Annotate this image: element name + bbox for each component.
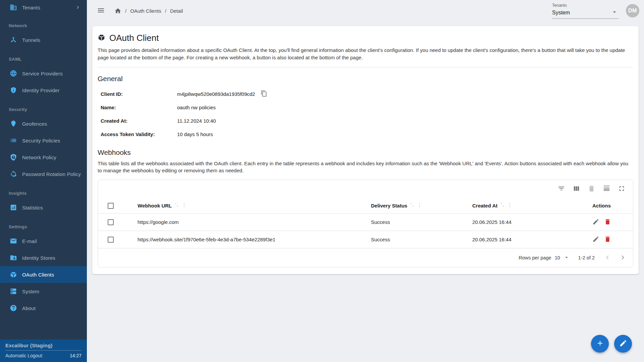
trash-icon [604, 236, 611, 244]
oauth-client-card: OAuth Client This page provides detailed… [92, 26, 639, 274]
previous-page-button[interactable] [603, 253, 611, 262]
sort-icon[interactable] [499, 202, 505, 209]
building-icon [9, 3, 17, 11]
trash-icon [604, 218, 611, 226]
field-value: 10 days 5 hours [177, 131, 213, 137]
column-menu-icon[interactable] [181, 202, 187, 209]
field-value: m4jp8wqw520e0893da1935f09cd2 [177, 91, 255, 97]
rows-per-page-label: Rows per page [519, 255, 551, 260]
density-button[interactable] [600, 183, 612, 195]
brand-name: Excalibur (Staging) [5, 343, 82, 348]
breadcrumb: / OAuth Clients / Detail [114, 7, 183, 14]
edit-client-fab[interactable] [614, 335, 632, 353]
column-header-webhook-url[interactable]: Webhook URL [138, 203, 172, 208]
select-all-checkbox[interactable] [108, 203, 114, 209]
field-label: Name: [101, 105, 177, 110]
sort-icon[interactable] [409, 202, 415, 209]
delete-webhook-button[interactable] [604, 236, 611, 244]
sidebar-item-geofences[interactable]: Geofences [0, 115, 87, 132]
columns-icon [573, 185, 580, 193]
sort-icon[interactable] [174, 202, 179, 209]
auto-logout-timer: 14:27 [70, 353, 82, 358]
column-menu-icon[interactable] [507, 202, 513, 209]
hamburger-icon [97, 6, 105, 15]
edit-webhook-button[interactable] [592, 218, 599, 226]
menu-toggle-button[interactable] [97, 6, 105, 15]
sidebar-item-tunnels[interactable]: Tunnels [0, 32, 87, 48]
column-header-created-at[interactable]: Created At [472, 203, 497, 208]
sidebar-item-label: Password Rotation Policy [22, 171, 81, 177]
sidebar-item-label: Tunnels [22, 37, 81, 43]
globe-icon [9, 69, 17, 77]
sidebar-item-security-policies[interactable]: Security Policies [0, 132, 87, 149]
plus-icon [596, 339, 604, 348]
sidebar-item-service-providers[interactable]: Service Providers [0, 65, 87, 82]
chevron-right-icon [75, 4, 81, 10]
sidebar-item-oauth-clients[interactable]: OAuth Clients [0, 266, 87, 283]
rows-per-page-value: 10 [555, 255, 560, 260]
chevron-down-icon [564, 254, 570, 261]
copy-button[interactable] [261, 90, 267, 98]
breadcrumb-separator: / [125, 8, 126, 14]
sidebar-item-identity-stores[interactable]: Identity Stores [0, 249, 87, 266]
sync-lock-icon [9, 170, 17, 178]
fab-group [591, 335, 632, 353]
fullscreen-icon [618, 185, 626, 193]
sidebar-item-label: Service Providers [22, 71, 81, 76]
folder-user-icon [9, 254, 17, 262]
edit-webhook-button[interactable] [592, 236, 599, 244]
sidebar-item-label: Security Policies [22, 138, 81, 143]
breadcrumb-separator: / [165, 8, 166, 14]
row-checkbox[interactable] [108, 219, 114, 225]
density-icon [603, 185, 610, 193]
tenant-select[interactable]: Tenants System [552, 3, 619, 19]
column-menu-icon[interactable] [417, 202, 422, 209]
sidebar-item-label: E-mail [22, 238, 81, 244]
column-header-actions: Actions [570, 203, 633, 208]
next-page-button[interactable] [619, 253, 627, 262]
webhooks-description: This table lists all the webhooks associ… [98, 160, 633, 175]
page-range: 1-2 of 2 [578, 255, 595, 260]
sidebar-section-insights: Insights [0, 187, 87, 199]
location-pin-plus-icon [9, 120, 17, 128]
field-value: 11.12.2024 10:40 [177, 118, 216, 124]
pencil-icon [619, 339, 627, 348]
sidebar-item-label: About [22, 305, 81, 311]
table-row: https://google.com Success 20.06.2025 16… [98, 214, 633, 231]
sidebar-footer: Excalibur (Staging) Automatic Logout: 14… [0, 340, 87, 362]
sidebar-item-about[interactable]: About [0, 300, 87, 316]
app-root: Tenants Network Tunnels SAML Service Pro… [0, 0, 644, 362]
sidebar-item-network-policy[interactable]: Network Policy [0, 149, 87, 166]
sidebar-item-system[interactable]: System [0, 283, 87, 300]
bar-chart-icon [9, 203, 17, 212]
sidebar-item-tenants[interactable]: Tenants [0, 0, 87, 15]
fullscreen-button[interactable] [615, 183, 628, 195]
sidebar-item-statistics[interactable]: Statistics [0, 199, 87, 216]
avatar[interactable]: DM [626, 4, 639, 17]
delete-selected-button[interactable] [585, 183, 597, 195]
rows-per-page-select[interactable]: Rows per page 10 [519, 254, 570, 261]
delete-webhook-button[interactable] [604, 218, 611, 226]
table-pagination: Rows per page 10 1-2 of 2 [98, 248, 633, 267]
field-value: oauth nw policies [177, 105, 216, 110]
sidebar-section-network: Network [0, 19, 87, 32]
add-webhook-fab[interactable] [591, 335, 609, 353]
sidebar-item-identity-provider[interactable]: Identity Provider [0, 82, 87, 99]
pencil-icon [592, 236, 599, 244]
breadcrumb-oauth-clients[interactable]: OAuth Clients [130, 8, 161, 14]
home-icon[interactable] [114, 7, 121, 14]
cube-icon [9, 270, 17, 279]
chevron-right-icon [619, 253, 627, 262]
field-label: Client ID: [101, 91, 177, 97]
page-title: OAuth Client [109, 33, 159, 43]
sidebar-item-email[interactable]: E-mail [0, 233, 87, 249]
filter-button[interactable] [555, 183, 567, 195]
sidebar-section-settings: Settings [0, 221, 87, 233]
copy-icon [261, 90, 267, 98]
columns-button[interactable] [570, 183, 582, 195]
row-checkbox[interactable] [108, 237, 114, 243]
sidebar-item-password-rotation-policy[interactable]: Password Rotation Policy [0, 166, 87, 182]
column-header-delivery-status[interactable]: Delivery Status [371, 203, 407, 208]
breadcrumb-detail: Detail [170, 8, 183, 14]
sidebar-item-label: Statistics [22, 205, 81, 210]
